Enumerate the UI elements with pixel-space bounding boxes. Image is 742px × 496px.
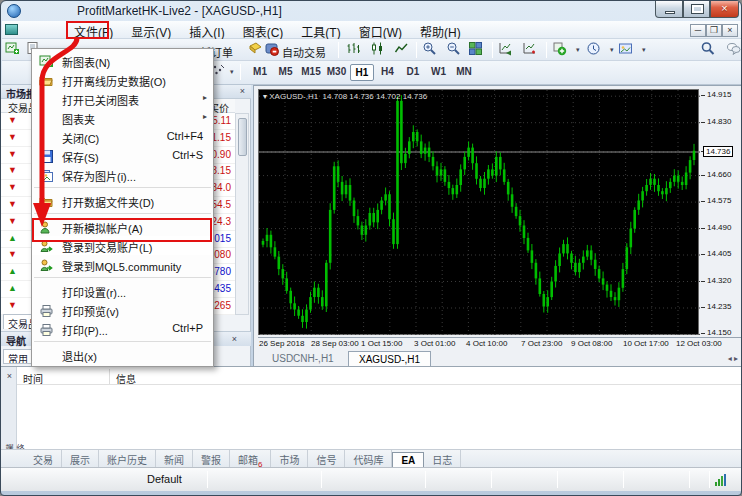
file-menu-item-8[interactable]: 打开数据文件夹(D) bbox=[32, 191, 213, 210]
timeframe-button-m15[interactable]: M15 bbox=[299, 64, 323, 81]
tile-windows-icon[interactable] bbox=[468, 41, 490, 59]
chart-shift-icon[interactable] bbox=[522, 41, 544, 59]
menubar-item-3[interactable]: 插入(I) bbox=[180, 21, 233, 39]
menu-item-label: 打开已关闭图表 bbox=[62, 95, 139, 107]
time-column-header[interactable]: 时间 bbox=[23, 371, 43, 386]
price-tick-label: 14.320 bbox=[707, 276, 731, 285]
new-chart-button[interactable] bbox=[5, 41, 27, 59]
timeframe-button-h1[interactable]: H1 bbox=[350, 64, 374, 81]
dropdown-caret-icon[interactable]: ▾ bbox=[642, 46, 646, 54]
chart-tab-usdcnhh1[interactable]: USDCNH-,H1 bbox=[262, 351, 344, 367]
menubar-item-1[interactable]: 文件(F) bbox=[65, 21, 122, 39]
terminal-tab-展示[interactable]: 展示 bbox=[62, 450, 99, 467]
navigator-close-icon[interactable]: × bbox=[229, 334, 240, 345]
file-menu-item-7[interactable]: 保存为图片(i)... bbox=[32, 165, 213, 184]
menubar-item-4[interactable]: 图表(C) bbox=[234, 21, 293, 39]
menu-item-label: 打开离线历史数据(O) bbox=[62, 76, 166, 88]
menu-bar-items: 文件(F)显示(V)插入(I)图表(C)工具(T)窗口(W)帮助(H) bbox=[65, 21, 470, 39]
file-menu-item-14[interactable]: 打印(P)...Ctrl+P bbox=[32, 319, 213, 338]
file-menu-item-13[interactable]: 打印预览(v) bbox=[32, 300, 213, 319]
terminal-tab-日志[interactable]: 日志 bbox=[424, 450, 461, 467]
file-menu-item-2[interactable]: 打开离线历史数据(O) bbox=[32, 70, 213, 89]
child-minimize-button[interactable]: ─ bbox=[690, 24, 706, 37]
terminal-tab-代码库[interactable]: 代码库 bbox=[345, 450, 392, 467]
zoom-in-icon[interactable] bbox=[422, 41, 444, 59]
connection-bar bbox=[724, 474, 726, 486]
auto-scroll-icon[interactable] bbox=[498, 41, 520, 59]
timeframe-button-h4[interactable]: H4 bbox=[376, 64, 400, 81]
terminal-tab-账户历史[interactable]: 账户历史 bbox=[99, 450, 156, 467]
line-chart-icon[interactable] bbox=[394, 41, 416, 59]
dropdown-caret-icon[interactable]: ▾ bbox=[610, 46, 614, 54]
add-indicator-icon[interactable] bbox=[552, 41, 574, 59]
terminal-tab-市场[interactable]: 市场 bbox=[271, 450, 308, 467]
file-menu-item-1[interactable]: 新图表(N) bbox=[32, 51, 213, 70]
price-scale[interactable]: 14.91514.83014.73614.66014.57514.49014.4… bbox=[701, 89, 742, 335]
maximize-button[interactable] bbox=[683, 1, 710, 18]
file-menu-item-5[interactable]: 关闭(C)Ctrl+F4 bbox=[32, 127, 213, 146]
menubar-item-6[interactable]: 窗口(W) bbox=[350, 21, 411, 39]
file-menu-item-15[interactable]: 退出(x) bbox=[32, 345, 213, 364]
timeframe-button-w1[interactable]: W1 bbox=[427, 64, 451, 81]
child-close-button[interactable]: × bbox=[722, 24, 738, 37]
minimize-button[interactable] bbox=[655, 1, 683, 18]
file-menu-item-11[interactable]: 登录到MQL5.community bbox=[32, 255, 213, 274]
connection-bar bbox=[715, 482, 717, 486]
title-bar[interactable]: ProfitMarketHK-Live2 - [XAGUSD-,H1] × bbox=[1, 1, 742, 21]
message-column-header[interactable]: 信息 bbox=[116, 371, 136, 386]
market-watch-close-icon[interactable]: × bbox=[237, 86, 248, 97]
file-menu-item-10[interactable]: 登录到交易账户(L) bbox=[32, 236, 213, 255]
terminal-tab-交易[interactable]: 交易 bbox=[25, 450, 62, 467]
timeframe-button-m5[interactable]: M5 bbox=[274, 64, 298, 81]
menu-item-label: 保存(S) bbox=[62, 152, 99, 164]
chat-icon[interactable] bbox=[726, 41, 742, 59]
zoom-out-icon[interactable] bbox=[446, 41, 468, 59]
chart-area[interactable]: ▾ XAGUSD-,H1 14.708 14.736 14.702 14.736 bbox=[258, 89, 699, 335]
timeframe-button-d1[interactable]: D1 bbox=[401, 64, 425, 81]
profile-name[interactable]: Default bbox=[147, 473, 182, 485]
price-down-arrow-icon: ▼ bbox=[8, 182, 17, 192]
close-button[interactable]: × bbox=[710, 1, 739, 18]
menubar-item-5[interactable]: 工具(T) bbox=[292, 21, 349, 39]
dropdown-caret-icon[interactable]: ▾ bbox=[576, 46, 580, 54]
scrollbar-thumb[interactable] bbox=[238, 118, 247, 156]
chart-window-icon[interactable] bbox=[5, 24, 18, 35]
chart-tab-xagusdh1[interactable]: XAGUSD-,H1 bbox=[348, 351, 431, 367]
terminal-tab-警报[interactable]: 警报 bbox=[193, 450, 230, 467]
dropdown-caret-icon[interactable]: ▾ bbox=[230, 68, 234, 76]
tab-scroll-arrows[interactable]: ◂ ▸ bbox=[728, 354, 738, 363]
autotrading-button[interactable]: 自动交易 bbox=[282, 44, 326, 60]
periods-icon[interactable] bbox=[586, 41, 608, 59]
save-icon bbox=[39, 149, 53, 162]
time-scale[interactable]: 26 Sep 201828 Sep 03:001 Oct 15:003 Oct … bbox=[258, 337, 742, 349]
file-menu-item-3[interactable]: 打开已关闭图表▸ bbox=[32, 89, 213, 108]
market-watch-scrollbar[interactable] bbox=[235, 113, 249, 315]
file-menu-item-4[interactable]: 图表夹▸ bbox=[32, 108, 213, 127]
search-icon[interactable] bbox=[700, 41, 722, 59]
child-restore-button[interactable]: ❐ bbox=[706, 24, 722, 37]
bar-chart-icon[interactable] bbox=[346, 41, 368, 59]
timeframe-button-m1[interactable]: M1 bbox=[248, 64, 272, 81]
menubar-item-2[interactable]: 显示(V) bbox=[122, 21, 180, 39]
status-bar: Default bbox=[1, 467, 742, 491]
file-menu-item-9[interactable]: 开新模拟帐户(A) bbox=[32, 217, 213, 236]
price-tick-mark bbox=[701, 281, 705, 282]
bid-price: 0.90 bbox=[212, 149, 231, 160]
price-tick-mark bbox=[701, 175, 705, 176]
print-icon bbox=[39, 322, 53, 335]
terminal-tab-信号[interactable]: 信号 bbox=[308, 450, 345, 467]
candlestick-icon[interactable] bbox=[370, 41, 392, 59]
file-menu-item-12[interactable]: 打印设置(r)... bbox=[32, 281, 213, 300]
bid-price: 8.15 bbox=[212, 165, 231, 176]
terminal-close-icon[interactable]: × bbox=[4, 371, 15, 382]
file-menu-item-6[interactable]: 保存(S)Ctrl+S bbox=[32, 146, 213, 165]
timeframe-button-m30[interactable]: M30 bbox=[325, 64, 349, 81]
timeframe-button-mn[interactable]: MN bbox=[452, 64, 476, 81]
maximize-icon bbox=[692, 5, 703, 13]
terminal-tab-邮箱[interactable]: 邮箱6 bbox=[230, 450, 271, 467]
column-divider[interactable] bbox=[109, 369, 110, 384]
menu-item-label: 图表夹 bbox=[62, 114, 95, 126]
menubar-item-7[interactable]: 帮助(H) bbox=[411, 21, 470, 39]
terminal-tab-新闻[interactable]: 新闻 bbox=[156, 450, 193, 467]
templates-icon[interactable] bbox=[618, 41, 640, 59]
